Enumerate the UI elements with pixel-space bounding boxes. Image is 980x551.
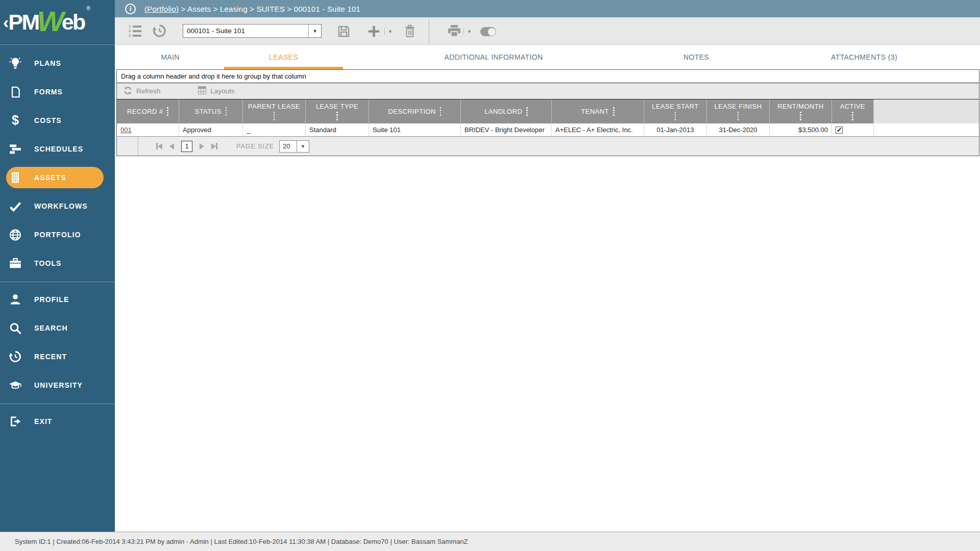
cell-record: 001 — [117, 123, 179, 136]
column-menu-icon[interactable] — [675, 112, 676, 120]
tab-attachments-3[interactable]: ATTACHMENTS (3) — [748, 45, 980, 69]
layouts-label: Layouts — [210, 87, 234, 95]
group-by-drop-zone[interactable]: Drag a column header and drop it here to… — [117, 70, 979, 83]
column-menu-icon[interactable] — [274, 112, 275, 120]
column-header-landlord[interactable]: LANDLORD — [461, 99, 552, 123]
print-icon[interactable] — [447, 24, 461, 40]
layouts-button[interactable]: Layouts — [198, 86, 234, 96]
cell-lease-start: 01-Jan-2013 — [644, 123, 707, 136]
next-page-button[interactable] — [200, 143, 204, 149]
tab-notes[interactable]: NOTES — [644, 45, 748, 69]
add-icon[interactable] — [367, 24, 381, 40]
globe-icon — [9, 228, 22, 241]
last-page-button[interactable] — [211, 143, 217, 149]
logo-eb: eb — [62, 10, 85, 35]
column-menu-icon[interactable] — [226, 107, 227, 115]
column-header-label: RENT/MONTH — [777, 103, 824, 110]
column-header-lease-start[interactable]: LEASE START — [644, 99, 707, 123]
active-checkbox[interactable] — [836, 127, 843, 134]
cell-parent-lease: _ — [243, 123, 306, 136]
exit-icon — [9, 415, 22, 428]
sidebar-item-label: EXIT — [34, 417, 53, 425]
previous-page-button[interactable] — [169, 143, 174, 149]
toggle-switch[interactable] — [480, 27, 496, 36]
history-icon[interactable] — [152, 23, 167, 40]
column-header-label: LANDLORD — [484, 108, 522, 115]
column-menu-icon[interactable] — [167, 107, 168, 115]
person-icon — [9, 293, 22, 306]
cell-active — [832, 123, 874, 136]
sidebar-item-university[interactable]: UNIVERSITY — [0, 371, 115, 399]
tab-additional-information[interactable]: ADDITIONAL INFORMATION — [343, 45, 644, 69]
page-size-label: PAGE SIZE — [236, 143, 274, 150]
sidebar-item-label: UNIVERSITY — [34, 381, 83, 389]
column-menu-icon[interactable] — [440, 107, 442, 115]
column-menu-icon[interactable] — [738, 112, 739, 120]
checkmark-icon — [9, 199, 22, 213]
sidebar-item-tools[interactable]: TOOLS — [0, 249, 115, 278]
column-header-description[interactable]: DESCRIPTION — [369, 99, 461, 123]
sidebar-item-assets[interactable]: ASSETS — [0, 163, 115, 192]
column-menu-icon[interactable] — [526, 107, 528, 115]
column-header-label: LEASE TYPE — [316, 103, 358, 110]
column-header-rent-month[interactable]: RENT/MONTH — [770, 99, 832, 123]
column-header-tenant[interactable]: TENANT — [552, 99, 644, 123]
record-link[interactable]: 001 — [120, 126, 132, 134]
cell-lease-finish: 31-Dec-2020 — [707, 123, 770, 136]
column-menu-icon[interactable] — [852, 112, 853, 120]
column-header-active[interactable]: ACTIVE — [832, 99, 874, 123]
sidebar-item-portfolio[interactable]: PORTFOLIO — [0, 220, 115, 249]
column-menu-icon[interactable] — [800, 112, 801, 120]
column-header-record[interactable]: RECORD # — [117, 99, 179, 123]
sidebar-item-forms[interactable]: FORMS — [0, 78, 115, 106]
leases-grid: Drag a column header and drop it here to… — [116, 69, 979, 156]
gantt-bars-icon — [9, 142, 22, 156]
sidebar-item-label: RECENT — [34, 353, 67, 361]
column-header-status[interactable]: STATUS — [179, 99, 243, 123]
refresh-label: Refresh — [136, 87, 160, 95]
refresh-button[interactable]: Refresh — [124, 86, 160, 96]
column-header-lease-type[interactable]: LEASE TYPE — [306, 99, 369, 123]
record-list-icon[interactable]: 1 2 3 — [129, 25, 141, 37]
column-header-label: LEASE FINISH — [715, 103, 762, 110]
cell-landlord: BRIDEV - Bright Developer — [461, 123, 552, 136]
tab-leases[interactable]: LEASES — [224, 45, 343, 69]
table-row: 001Approved_StandardSuite 101BRIDEV - Br… — [117, 123, 979, 136]
refresh-icon — [124, 86, 132, 96]
page-size-dropdown-icon[interactable]: ▼ — [297, 141, 309, 152]
save-icon[interactable] — [337, 24, 351, 40]
current-page-number[interactable]: 1 — [181, 141, 192, 152]
sidebar-item-search[interactable]: SEARCH — [0, 314, 115, 342]
sidebar-item-exit[interactable]: EXIT — [0, 407, 115, 436]
pmweb-logo[interactable]: ‹PMWeb® — [0, 0, 115, 45]
sidebar-item-plans[interactable]: PLANS — [0, 49, 115, 78]
sidebar-item-workflows[interactable]: WORKFLOWS — [0, 192, 115, 220]
sidebar-item-recent[interactable]: RECENT — [0, 342, 115, 371]
sidebar-nav: PLANSFORMS$COSTSSCHEDULESASSETSWORKFLOWS… — [0, 49, 115, 436]
breadcrumb: (Portfolio) > Assets > Leasing > SUITES … — [144, 5, 360, 13]
cell-status: Approved — [179, 123, 243, 136]
tab-main[interactable]: MAIN — [116, 45, 224, 69]
delete-icon[interactable] — [404, 24, 416, 40]
column-header-lease-finish[interactable]: LEASE FINISH — [707, 99, 770, 123]
record-selector-dropdown-icon[interactable]: ▼ — [308, 24, 321, 37]
column-menu-icon[interactable] — [613, 107, 615, 115]
record-selector[interactable]: 000101 - Suite 101 ▼ — [183, 24, 322, 38]
layouts-grid-icon — [198, 86, 206, 96]
column-header-parent-lease[interactable]: PARENT LEASE — [243, 99, 306, 123]
column-header-label: DESCRIPTION — [388, 108, 436, 115]
breadcrumb-path: > Assets > Leasing > SUITES > 000101 - S… — [179, 5, 360, 13]
sidebar-item-profile[interactable]: PROFILE — [0, 285, 115, 314]
sidebar-item-label: ASSETS — [34, 173, 66, 182]
print-dropdown-icon[interactable]: ▼ — [467, 29, 472, 34]
appbar: i (Portfolio) > Assets > Leasing > SUITE… — [115, 0, 980, 17]
info-icon[interactable]: i — [125, 4, 136, 14]
first-page-button[interactable] — [156, 143, 162, 149]
page-size-selector[interactable]: 20 ▼ — [279, 140, 309, 153]
sidebar-item-schedules[interactable]: SCHEDULES — [0, 135, 115, 163]
column-menu-icon[interactable] — [336, 112, 338, 120]
logo-pm: PM — [8, 10, 39, 35]
breadcrumb-portfolio-link[interactable]: (Portfolio) — [144, 5, 179, 13]
add-dropdown-icon[interactable]: ▼ — [388, 29, 393, 34]
sidebar-item-costs[interactable]: $COSTS — [0, 106, 115, 135]
